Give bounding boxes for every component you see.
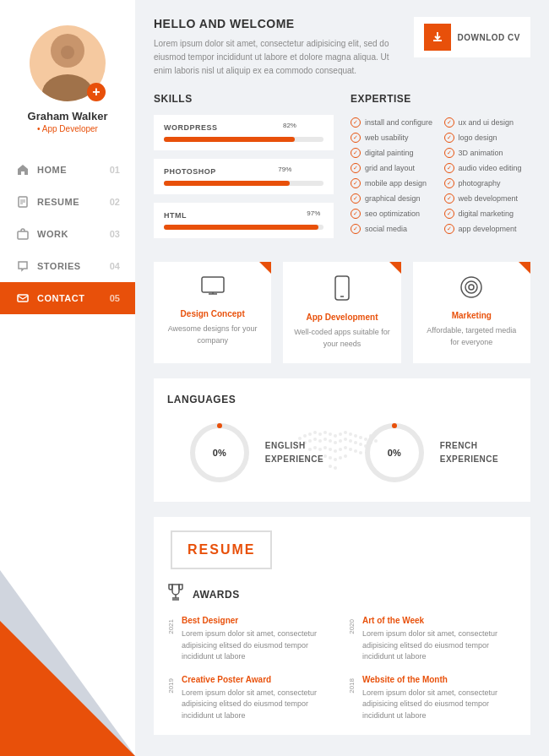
skill-bar-fill-html [164,225,318,230]
sidebar: + Graham Walker App Developer HOME 01 RE… [0,0,135,756]
svg-point-61 [323,454,327,458]
expertise-columns: ✓install and configure ✓web usability ✓d… [351,115,530,237]
awards-title-row: AWARDS [167,583,517,606]
expertise-title: EXPERTISE [351,93,530,105]
skill-name-photoshop: PHOTOSHOP [164,167,323,176]
award-item-1: 2020 Art of the Week Lorem ipsum dolor s… [348,616,517,663]
sidebar-item-contact[interactable]: CONTACT 05 [0,282,135,314]
check-icon: ✓ [351,209,361,219]
skills-title: SKILLS [154,93,334,105]
trophy-icon [167,583,184,606]
check-icon: ✓ [351,178,361,188]
service-card-design: Design Concept Awesome designs for your … [154,262,271,363]
expertise-item: ✓install and configure [351,115,438,130]
expertise-item: ✓audio video editing [444,160,531,176]
svg-point-26 [344,431,347,434]
service-desc-design: Awesome designs for your company [164,324,261,346]
sidebar-nav: HOME 01 RESUME 02 WORK 03 STORIES 04 [0,154,135,314]
avatar: + [30,25,106,101]
expertise-section: EXPERTISE ✓install and configure ✓web us… [351,93,530,247]
expertise-item: ✓social media [351,221,438,237]
header-text: HELLO AND WELCOME Lorem ipsum dolor sit … [154,17,414,78]
check-icon: ✓ [444,193,454,204]
service-desc-app: Well-coded apps suitable for your needs [293,327,390,350]
nav-work-label: WORK [37,229,110,239]
svg-point-23 [329,432,332,436]
svg-rect-8 [18,295,28,302]
expertise-col2: ✓ux and ui design ✓logo design ✓3D anima… [444,115,531,237]
french-pct: 0% [388,448,401,458]
svg-rect-9 [202,277,224,292]
award-item-0: 2021 Best Designer Lorem ipsum dolor sit… [167,616,336,663]
svg-point-39 [329,439,332,443]
skills-section: SKILLS WORDPRESS PHOTOSHOP HTML [154,93,334,247]
download-cv-button[interactable]: DOWNLOD CV [414,17,530,57]
svg-point-57 [349,448,352,451]
expertise-item: ✓web usability [351,130,438,145]
download-btn-label: DOWNLOD CV [458,33,520,42]
nav-resume-num: 02 [110,197,120,207]
expertise-item: ✓logo design [444,130,531,145]
monitor-icon [164,275,261,302]
mobile-icon [293,275,390,306]
svg-point-56 [344,446,347,449]
check-icon: ✓ [444,117,454,128]
award-item-2: 2019 Creative Poster Award Lorem ipsum d… [167,675,336,722]
sidebar-item-work[interactable]: WORK 03 [0,218,135,250]
svg-point-58 [354,449,357,453]
card-corner-decoration [519,262,530,274]
skill-bar-bg-photoshop [164,181,323,186]
expertise-item: ✓3D animation [444,145,531,160]
svg-point-40 [334,441,337,444]
french-circle: 0% [361,419,428,487]
service-title-design: Design Concept [164,309,261,318]
award-title-2: Creative Poster Award [182,675,336,684]
skill-photoshop: PHOTOSHOP [154,159,334,194]
svg-point-64 [339,456,342,460]
svg-point-16 [469,285,474,290]
card-corner-decoration [259,262,271,274]
card-corner-decoration [389,262,401,274]
english-circle: 0% [186,419,253,487]
header-section: HELLO AND WELCOME Lorem ipsum dolor sit … [154,17,530,78]
svg-point-54 [334,449,337,453]
profile-name: Graham Walker [28,110,108,122]
awards-label: AWARDS [193,589,240,601]
check-icon: ✓ [444,178,454,188]
header-desc: Lorem ipsum dolor sit amet, consectetur … [154,37,397,78]
download-icon [424,24,451,51]
svg-point-53 [329,448,332,451]
nav-work-num: 03 [110,229,120,239]
svg-point-27 [349,432,352,436]
award-item-3: 2018 Website of the Month Lorem ipsum do… [348,675,517,722]
svg-point-38 [323,438,327,441]
sidebar-item-home[interactable]: HOME 01 [0,154,135,186]
work-icon [15,226,30,242]
award-content-1: Art of the Week Lorem ipsum dolor sit am… [362,616,517,663]
expertise-item: ✓photography [444,176,531,191]
skill-bar-fill-wordpress [164,137,295,142]
languages-content: 0% ENGLISH EXPERIENCE 0% FRENCH E [167,419,517,487]
check-icon: ✓ [351,148,361,158]
sidebar-item-resume[interactable]: RESUME 02 [0,186,135,218]
svg-point-15 [465,281,477,293]
svg-point-42 [344,438,347,441]
skill-wordpress: WORDPRESS [154,115,334,150]
add-photo-button[interactable]: + [87,83,106,101]
svg-point-65 [344,454,347,458]
sidebar-item-stories[interactable]: STORIES 04 [0,250,135,282]
skill-html: HTML [154,203,334,238]
expertise-item: ✓web development [444,191,531,206]
svg-point-44 [354,441,357,444]
service-desc-marketing: Affordable, targeted media for everyone [423,325,520,348]
target-icon [423,275,520,304]
check-icon: ✓ [444,133,454,143]
svg-point-55 [339,448,342,451]
nav-stories-num: 04 [110,261,120,271]
check-icon: ✓ [444,148,454,158]
award-year-0: 2021 [167,619,175,634]
check-icon: ✓ [351,163,361,173]
profile-title: App Developer [37,124,98,133]
svg-point-24 [334,434,337,438]
expertise-item: ✓digital marketing [444,206,531,221]
